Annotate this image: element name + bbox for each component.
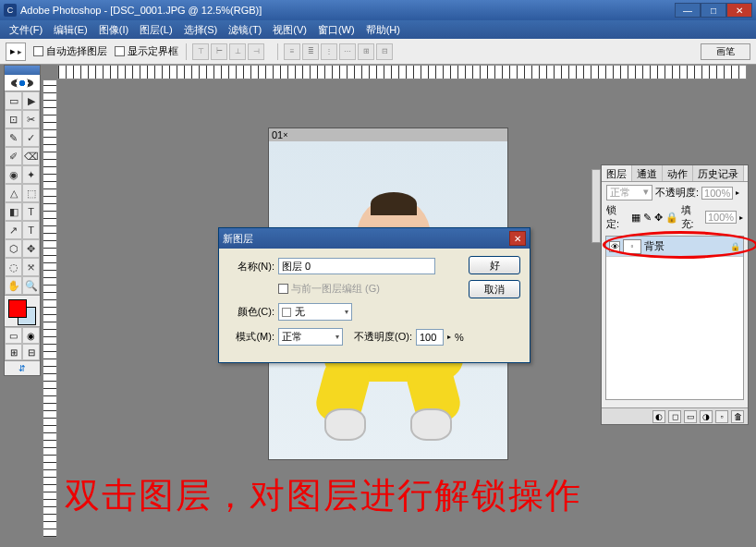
shape-tool[interactable]: ✥ bbox=[22, 239, 40, 258]
menu-filter[interactable]: 滤镜(T) bbox=[223, 21, 267, 39]
brush-tool[interactable]: ⌫ bbox=[22, 147, 40, 165]
new-set-button[interactable]: ▭ bbox=[684, 410, 697, 423]
move-tool[interactable]: ▶ bbox=[22, 91, 40, 110]
dialog-titlebar[interactable]: 新图层 ✕ bbox=[219, 228, 530, 249]
lock-icon: 🔒 bbox=[730, 242, 740, 251]
tab-channels[interactable]: 通道 bbox=[632, 165, 663, 181]
pen-tool[interactable]: ⬡ bbox=[5, 239, 22, 258]
visibility-icon[interactable]: 👁 bbox=[609, 241, 620, 252]
minimize-button[interactable]: — bbox=[675, 3, 701, 18]
color-select[interactable]: 无▾ bbox=[278, 303, 352, 321]
lock-move-icon[interactable]: ✥ bbox=[654, 212, 663, 224]
percent-sign: % bbox=[455, 332, 464, 343]
jump-to-imageready[interactable]: ⇵ bbox=[5, 360, 40, 375]
menu-edit[interactable]: 编辑(E) bbox=[48, 21, 93, 39]
opacity-label: 不透明度(O): bbox=[354, 330, 412, 344]
layer-name-input[interactable] bbox=[278, 258, 435, 274]
path-tool[interactable]: ↗ bbox=[5, 221, 22, 239]
type-tool[interactable]: T bbox=[22, 221, 40, 239]
current-tool-indicator[interactable]: ▸ bbox=[6, 43, 26, 61]
brush-palette-tab[interactable]: 画笔 bbox=[701, 43, 750, 60]
marquee-tool[interactable]: ▭ bbox=[5, 91, 22, 110]
app-icon: C bbox=[4, 4, 17, 17]
screen-mode-2[interactable]: ⊟ bbox=[22, 344, 40, 360]
menu-select[interactable]: 选择(S) bbox=[178, 21, 224, 39]
mode-buttons: ▭◉ ⊞⊟ bbox=[5, 326, 40, 360]
align-group: ⊤⊢⊥⊣ bbox=[186, 43, 270, 60]
document-tab: 01 × bbox=[269, 128, 507, 141]
lock-label: 锁定: bbox=[606, 203, 628, 231]
slice-tool[interactable]: ✓ bbox=[22, 128, 40, 147]
notes-tool[interactable]: ◌ bbox=[5, 258, 22, 276]
menu-image[interactable]: 图像(I) bbox=[93, 21, 134, 39]
layer-row-background[interactable]: 👁 ▫ 背景 🔒 bbox=[606, 237, 743, 257]
menu-view[interactable]: 视图(V) bbox=[267, 21, 312, 39]
delete-layer-button[interactable]: 🗑 bbox=[731, 410, 744, 423]
menu-layer[interactable]: 图层(L) bbox=[134, 21, 177, 39]
toolbox: ▭▶ ⊡✂ ✎✓ ✐⌫ ◉✦ △⬚ ◧T ↗T ⬡✥ ◌⤧ ✋🔍 ▭◉ ⊞⊟ ⇵ bbox=[4, 65, 41, 376]
eraser-tool[interactable]: △ bbox=[5, 184, 22, 202]
quickmask-mode-button[interactable]: ◉ bbox=[22, 327, 40, 344]
show-bounds-checkbox[interactable]: 显示定界框 bbox=[115, 44, 178, 58]
horizontal-ruler bbox=[57, 65, 747, 79]
hand-tool[interactable]: ✋ bbox=[5, 276, 22, 295]
tab-actions[interactable]: 动作 bbox=[663, 165, 693, 181]
layer-name: 背景 bbox=[644, 239, 665, 253]
adjustment-layer-button[interactable]: ◑ bbox=[700, 410, 713, 423]
distribute-group: ≡≣⋮⋯⊞⊟ bbox=[277, 43, 398, 60]
new-layer-dialog: 新图层 ✕ 名称(N): 与前一图层编组 (G) 颜色(C): 无▾ 模式(M)… bbox=[218, 227, 530, 363]
lock-transparent-icon[interactable]: ▦ bbox=[631, 212, 640, 224]
crop-tool[interactable]: ✎ bbox=[5, 128, 22, 147]
opacity-input[interactable] bbox=[416, 329, 444, 346]
blend-mode-select[interactable]: 正常▾ bbox=[606, 185, 652, 201]
wand-tool[interactable]: ✂ bbox=[22, 110, 40, 128]
mode-select[interactable]: 正常▾ bbox=[278, 328, 343, 346]
toolbox-header[interactable] bbox=[5, 66, 40, 75]
gradient-tool[interactable]: ⬚ bbox=[22, 184, 40, 202]
menu-bar: 文件(F) 编辑(E) 图像(I) 图层(L) 选择(S) 滤镜(T) 视图(V… bbox=[0, 20, 756, 39]
layer-opacity-value[interactable]: 100% bbox=[701, 187, 733, 200]
ok-button[interactable]: 好 bbox=[469, 256, 520, 274]
tools-grid: ▭▶ ⊡✂ ✎✓ ✐⌫ ◉✦ △⬚ ◧T ↗T ⬡✥ ◌⤧ ✋🔍 bbox=[5, 91, 40, 295]
layers-bottom-bar: ◐ ◻ ▭ ◑ ▫ 🗑 bbox=[602, 407, 748, 424]
maximize-button[interactable]: □ bbox=[701, 3, 726, 18]
palette-dock-strip[interactable] bbox=[591, 169, 601, 243]
layer-thumbnail[interactable]: ▫ bbox=[623, 239, 641, 254]
photoshop-eye-icon bbox=[5, 75, 40, 91]
menu-window[interactable]: 窗口(W) bbox=[312, 21, 360, 39]
annotation-caption: 双击图层，对图层进行解锁操作 bbox=[65, 472, 738, 519]
close-button[interactable]: ✕ bbox=[726, 3, 752, 18]
layer-mask-button[interactable]: ◻ bbox=[668, 410, 681, 423]
history-brush-tool[interactable]: ✦ bbox=[22, 165, 40, 184]
mode-label: 模式(M): bbox=[228, 330, 274, 344]
foreground-color[interactable] bbox=[8, 299, 27, 318]
color-swatch bbox=[5, 295, 40, 326]
menu-help[interactable]: 帮助(H) bbox=[360, 21, 406, 39]
layer-list: 👁 ▫ 背景 🔒 bbox=[605, 236, 744, 400]
layers-panel: 图层 通道 动作 历史记录 正常▾ 不透明度: 100%▸ 锁定: ▦ ✎ ✥ … bbox=[601, 164, 749, 425]
lock-all-icon[interactable]: 🔒 bbox=[665, 212, 678, 224]
lasso-tool[interactable]: ⊡ bbox=[5, 110, 22, 128]
name-label: 名称(N): bbox=[228, 260, 274, 274]
screen-mode-1[interactable]: ⊞ bbox=[5, 344, 22, 360]
stamp-tool[interactable]: ◉ bbox=[5, 165, 22, 184]
title-bar: C Adobe Photoshop - [DSC_0001.JPG @ 12.5… bbox=[0, 0, 756, 20]
tab-layers[interactable]: 图层 bbox=[602, 165, 632, 181]
fill-value[interactable]: 100% bbox=[705, 211, 737, 224]
auto-select-checkbox[interactable]: 自动选择图层 bbox=[33, 44, 107, 58]
new-layer-button[interactable]: ▫ bbox=[715, 410, 728, 423]
color-label: 颜色(C): bbox=[228, 305, 274, 319]
heal-tool[interactable]: ✐ bbox=[5, 147, 22, 165]
vertical-ruler bbox=[43, 79, 57, 538]
standard-mode-button[interactable]: ▭ bbox=[5, 327, 22, 344]
eyedropper-tool[interactable]: ⤧ bbox=[22, 258, 40, 276]
tab-history[interactable]: 历史记录 bbox=[693, 165, 744, 181]
zoom-tool[interactable]: 🔍 bbox=[22, 276, 40, 295]
blur-tool[interactable]: ◧ bbox=[5, 202, 22, 221]
menu-file[interactable]: 文件(F) bbox=[4, 21, 48, 39]
lock-paint-icon[interactable]: ✎ bbox=[643, 212, 652, 224]
layer-style-button[interactable]: ◐ bbox=[652, 410, 665, 423]
dialog-close-button[interactable]: ✕ bbox=[509, 231, 526, 246]
cancel-button[interactable]: 取消 bbox=[469, 280, 520, 298]
dodge-tool[interactable]: T bbox=[22, 202, 40, 221]
